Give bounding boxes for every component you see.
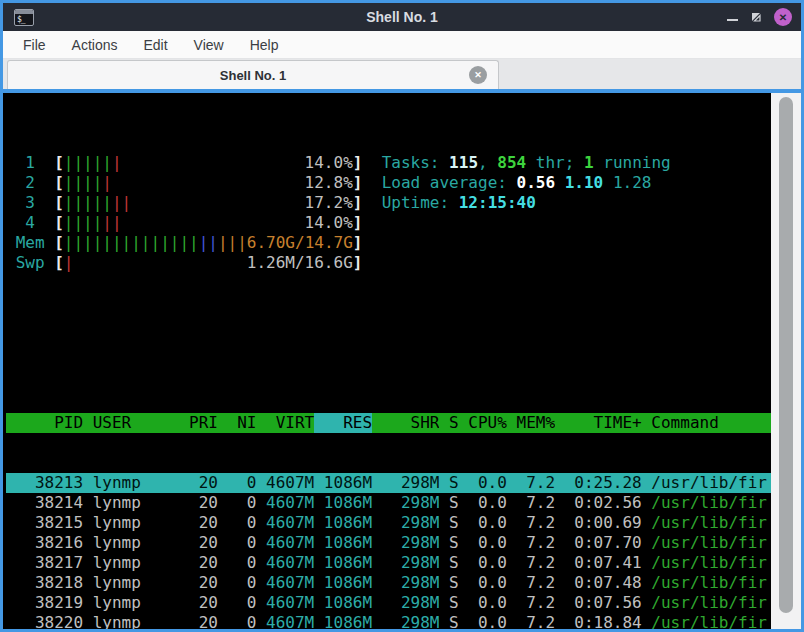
- menu-bar: FileActionsEditViewHelp: [3, 31, 801, 59]
- menu-item-edit[interactable]: Edit: [130, 33, 180, 57]
- meter-value: 14.0%: [305, 213, 353, 233]
- tasks-load-uptime: Tasks: 115, 854 thr; 1 runningLoad avera…: [382, 153, 671, 273]
- restore-button[interactable]: [750, 11, 762, 23]
- meter-bars: ||||: [64, 213, 103, 233]
- cell-time: 0:00.69: [555, 513, 642, 533]
- meter-label: Mem: [6, 233, 54, 253]
- process-row[interactable]: 38218 lynmp2004607M1086M298MS0.07.20:07.…: [6, 573, 771, 593]
- cell-pid: 38220: [6, 613, 83, 629]
- scrollbar-track[interactable]: [771, 93, 801, 629]
- column-header-user[interactable]: USER: [93, 413, 180, 433]
- process-table: PID USERPRINIVIRTRESSHRSCPU%MEM%TIME+Com…: [6, 373, 771, 629]
- tasks-line: Tasks: 115, 854 thr; 1 running: [382, 153, 671, 173]
- process-row[interactable]: 38219 lynmp2004607M1086M298MS0.07.20:07.…: [6, 593, 771, 613]
- column-header-shr[interactable]: SHR: [372, 413, 439, 433]
- cell-command: /usr/lib/fir: [642, 593, 771, 613]
- cell-user: lynmp: [93, 573, 180, 593]
- menu-item-file[interactable]: File: [10, 33, 59, 57]
- process-row[interactable]: 38217 lynmp2004607M1086M298MS0.07.20:07.…: [6, 553, 771, 573]
- cell-virt: 4607M: [256, 553, 314, 573]
- column-header-time[interactable]: TIME+: [555, 413, 642, 433]
- cell-ni: 0: [218, 593, 257, 613]
- cell-user: lynmp: [93, 513, 180, 533]
- uptime-line: Uptime: 12:15:40: [382, 193, 671, 213]
- cell-pid: 38216: [6, 533, 83, 553]
- tab-close-icon[interactable]: ✕: [469, 66, 487, 84]
- cell-pri: 20: [179, 553, 218, 573]
- process-row[interactable]: 38220 lynmp2004607M1086M298MS0.07.20:18.…: [6, 613, 771, 629]
- cell-s: S: [439, 553, 458, 573]
- cell-res: 1086M: [314, 513, 372, 533]
- cell-mem: 7.2: [507, 613, 555, 629]
- column-header-s[interactable]: S: [439, 413, 458, 433]
- cell-cpu: 0.0: [459, 613, 507, 629]
- menu-item-help[interactable]: Help: [237, 33, 292, 57]
- meter-bars: ||||||||||||||: [64, 233, 199, 253]
- cell-res: 1086M: [314, 553, 372, 573]
- tab-label: Shell No. 1: [220, 68, 286, 83]
- cell-res: 1086M: [314, 573, 372, 593]
- cell-time: 0:07.56: [555, 593, 642, 613]
- cell-cpu: 0.0: [459, 473, 507, 493]
- menu-item-actions[interactable]: Actions: [59, 33, 131, 57]
- process-row[interactable]: 38214 lynmp2004607M1086M298MS0.07.20:02.…: [6, 493, 771, 513]
- tab-shell-no-1[interactable]: Shell No. 1 ✕: [7, 60, 499, 89]
- meter-cpu-2: 2[|||||12.8%]: [6, 173, 362, 193]
- column-header-res[interactable]: RES: [314, 413, 372, 433]
- terminal-window: $_ Shell No. 1 ✕ FileActionsEditViewHelp…: [0, 0, 804, 632]
- cell-pid: 38219: [6, 593, 83, 613]
- cell-mem: 7.2: [507, 493, 555, 513]
- column-header-pid[interactable]: PID: [6, 413, 83, 433]
- meter-value: 1.26M/16.6G: [247, 253, 353, 273]
- column-header-ni[interactable]: NI: [218, 413, 257, 433]
- cell-user: lynmp: [93, 533, 180, 553]
- cell-command: /usr/lib/fir: [642, 473, 771, 493]
- column-header-command[interactable]: Command: [642, 413, 771, 433]
- cell-s: S: [439, 473, 458, 493]
- cell-ni: 0: [218, 513, 257, 533]
- meter-bars: |: [102, 173, 112, 193]
- cell-s: S: [439, 613, 458, 629]
- cell-command: /usr/lib/fir: [642, 613, 771, 629]
- meter-bars: |||||: [64, 193, 112, 213]
- cell-user: lynmp: [93, 593, 180, 613]
- cell-pid: 38218: [6, 573, 83, 593]
- meter-bars: |||||: [64, 153, 112, 173]
- cell-s: S: [439, 493, 458, 513]
- meter-label: 3: [6, 193, 54, 213]
- cell-time: 0:25.28: [555, 473, 642, 493]
- process-table-header[interactable]: PID USERPRINIVIRTRESSHRSCPU%MEM%TIME+Com…: [6, 413, 771, 433]
- cell-pid: 38214: [6, 493, 83, 513]
- close-button[interactable]: ✕: [774, 8, 792, 26]
- column-header-mem[interactable]: MEM%: [507, 413, 555, 433]
- cell-pri: 20: [179, 493, 218, 513]
- process-row[interactable]: 38215 lynmp2004607M1086M298MS0.07.20:00.…: [6, 513, 771, 533]
- scrollbar-thumb[interactable]: [779, 97, 793, 613]
- cell-s: S: [439, 513, 458, 533]
- process-row-selected[interactable]: 38213 lynmp2004607M1086M298MS0.07.20:25.…: [6, 473, 771, 493]
- cell-command: /usr/lib/fir: [642, 533, 771, 553]
- menu-item-view[interactable]: View: [181, 33, 237, 57]
- column-header-virt[interactable]: VIRT: [256, 413, 314, 433]
- cell-pri: 20: [179, 533, 218, 553]
- meter-label: Swp: [6, 253, 54, 273]
- cell-cpu: 0.0: [459, 553, 507, 573]
- meter-cpu-3: 3[|||||||17.2%]: [6, 193, 362, 213]
- meter-cpu-4: 4[||||||14.0%]: [6, 213, 362, 233]
- cell-time: 0:18.84: [555, 613, 642, 629]
- cell-virt: 4607M: [256, 493, 314, 513]
- cell-s: S: [439, 593, 458, 613]
- minimize-button[interactable]: [727, 19, 738, 21]
- cell-cpu: 0.0: [459, 533, 507, 553]
- terminal-screen[interactable]: 1[||||||14.0%] 2[|||||12.8%] 3[|||||||17…: [3, 93, 771, 629]
- meter-mem: Mem[|||||||||||||||||||6.70G/14.7G]: [6, 233, 362, 253]
- htop-header-area: 1[||||||14.0%] 2[|||||12.8%] 3[|||||||17…: [6, 153, 771, 273]
- meter-value: 14.0%: [305, 153, 353, 173]
- column-header-pri[interactable]: PRI: [179, 413, 218, 433]
- cell-command: /usr/lib/fir: [642, 573, 771, 593]
- column-header-cpu[interactable]: CPU%: [459, 413, 507, 433]
- cell-pri: 20: [179, 513, 218, 533]
- process-row[interactable]: 38216 lynmp2004607M1086M298MS0.07.20:07.…: [6, 533, 771, 553]
- window-title: Shell No. 1: [3, 9, 801, 25]
- meter-label: 1: [6, 153, 54, 173]
